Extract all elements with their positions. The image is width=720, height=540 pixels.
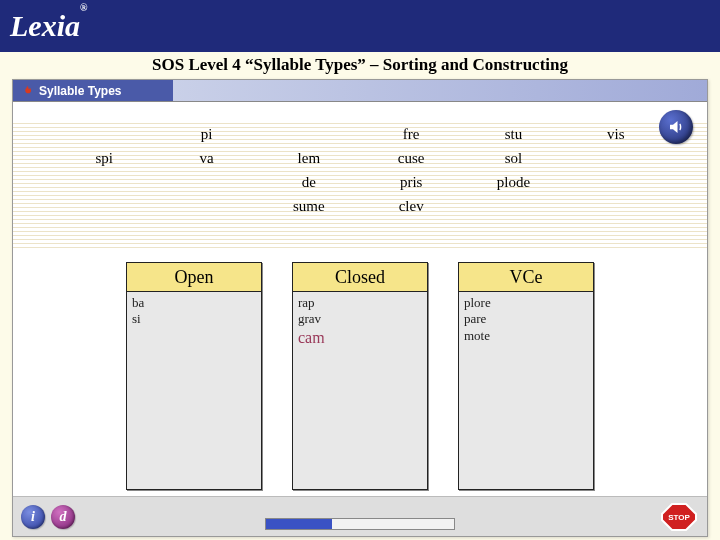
sorted-item: pare bbox=[464, 311, 588, 327]
flame-icon bbox=[19, 83, 35, 99]
syllable-row: pi fre stu vis bbox=[53, 122, 667, 146]
sort-body[interactable]: plore pare mote bbox=[458, 292, 594, 490]
sort-column-vce[interactable]: VCe plore pare mote bbox=[458, 262, 594, 490]
page-title: SOS Level 4 “Syllable Types” – Sorting a… bbox=[0, 52, 720, 79]
progress-bar bbox=[265, 518, 455, 530]
sort-column-closed[interactable]: Closed rap grav cam bbox=[292, 262, 428, 490]
stop-icon: STOP bbox=[659, 501, 699, 533]
sorted-item: mote bbox=[464, 328, 588, 344]
syllable-row: spi va lem cuse sol bbox=[53, 146, 667, 170]
sort-area: Open ba si Closed rap grav cam VCe plore bbox=[105, 262, 615, 490]
sorted-item: ba bbox=[132, 295, 256, 311]
syllable-tile[interactable]: pi bbox=[155, 126, 257, 143]
d-button[interactable]: d bbox=[51, 505, 75, 529]
syllable-tile[interactable]: de bbox=[258, 174, 360, 191]
window-titlebar: Syllable Types bbox=[13, 80, 707, 102]
syllable-grid: pi fre stu vis spi va lem cuse sol de pr… bbox=[53, 122, 667, 242]
sort-header: Closed bbox=[292, 262, 428, 292]
stop-label: STOP bbox=[668, 513, 690, 522]
sorted-item: rap bbox=[298, 295, 422, 311]
syllable-tile[interactable]: sume bbox=[258, 198, 360, 215]
sort-column-open[interactable]: Open ba si bbox=[126, 262, 262, 490]
syllable-tile[interactable]: vis bbox=[565, 126, 667, 143]
app-window: Syllable Types pi fre stu vis spi va lem bbox=[12, 79, 708, 537]
sort-body[interactable]: ba si bbox=[126, 292, 262, 490]
syllable-tile[interactable]: spi bbox=[53, 150, 155, 167]
sorted-item: grav bbox=[298, 311, 422, 327]
syllable-tile[interactable]: cuse bbox=[360, 150, 462, 167]
sort-header: VCe bbox=[458, 262, 594, 292]
play-area: pi fre stu vis spi va lem cuse sol de pr… bbox=[13, 102, 707, 536]
sorted-item: plore bbox=[464, 295, 588, 311]
current-item: cam bbox=[298, 328, 422, 348]
stop-button[interactable]: STOP bbox=[659, 501, 699, 533]
syllable-tile[interactable]: sol bbox=[462, 150, 564, 167]
sort-header: Open bbox=[126, 262, 262, 292]
syllable-tile[interactable]: stu bbox=[462, 126, 564, 143]
syllable-tile[interactable]: pris bbox=[360, 174, 462, 191]
syllable-tile[interactable]: lem bbox=[258, 150, 360, 167]
progress-fill bbox=[266, 519, 332, 529]
brand-bar: Lexia® bbox=[0, 0, 720, 52]
syllable-row: de pris plode bbox=[53, 170, 667, 194]
sorted-item: si bbox=[132, 311, 256, 327]
bottom-toolbar: i d STOP bbox=[13, 496, 707, 536]
sort-body[interactable]: rap grav cam bbox=[292, 292, 428, 490]
brand-name: Lexia bbox=[10, 9, 80, 42]
syllable-tile[interactable]: fre bbox=[360, 126, 462, 143]
syllable-row: sume clev bbox=[53, 194, 667, 218]
window-title: Syllable Types bbox=[39, 84, 121, 98]
syllable-tile[interactable]: va bbox=[155, 150, 257, 167]
speaker-icon bbox=[667, 118, 685, 136]
syllable-tile[interactable]: plode bbox=[462, 174, 564, 191]
brand-reg: ® bbox=[80, 2, 87, 13]
brand-logo: Lexia® bbox=[10, 9, 87, 43]
info-button[interactable]: i bbox=[21, 505, 45, 529]
syllable-tile[interactable]: clev bbox=[360, 198, 462, 215]
